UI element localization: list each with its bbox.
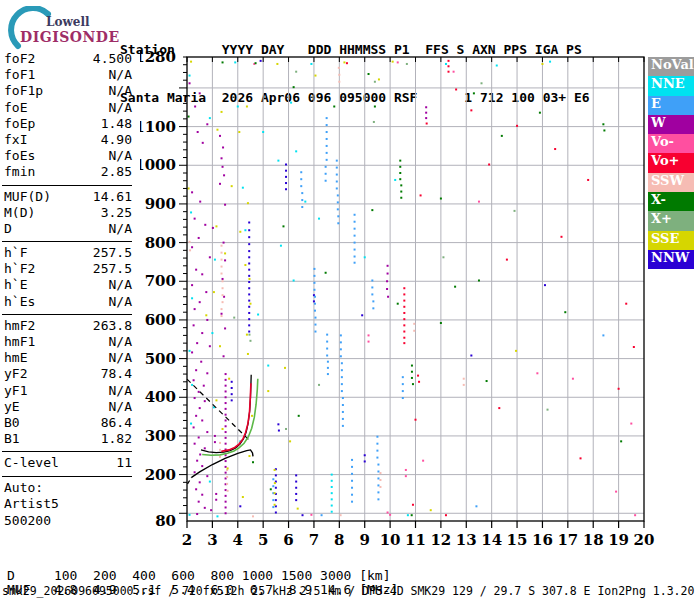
param-name: hmE: [4, 350, 27, 366]
svg-text:9: 9: [360, 531, 370, 549]
legend-item-vominus: Vo-: [648, 134, 694, 153]
param-row: B086.4: [4, 415, 132, 431]
param-name: hmF2: [4, 318, 35, 334]
svg-text:600: 600: [145, 311, 176, 329]
svg-text:400: 400: [145, 388, 176, 406]
svg-text:1280: 1280: [140, 50, 176, 66]
param-value: N/A: [109, 221, 132, 237]
status-bar: smk29_2026096095000.rsf / 720fx512h 25 k…: [2, 584, 694, 598]
svg-text:2: 2: [182, 531, 192, 549]
separator: [2, 185, 132, 186]
legend-item-w: W: [648, 115, 694, 134]
svg-text:16: 16: [532, 531, 553, 549]
param-name: B1: [4, 431, 20, 447]
separator: [2, 241, 132, 242]
param-name: h`F: [4, 245, 27, 261]
param-name: yE: [4, 399, 20, 415]
param-name: fxI: [4, 132, 27, 148]
legend-item-xminus: X-: [648, 192, 694, 211]
param-name: fmin: [4, 164, 35, 180]
svg-text:200: 200: [145, 466, 176, 484]
doppler-direction-legend: NoValNNEEWVo-Vo+SSWX-X+SSENNW: [648, 57, 694, 269]
param-row: B11.82: [4, 431, 132, 447]
param-row: hmEN/A: [4, 350, 132, 366]
svg-text:15: 15: [507, 531, 528, 549]
logo-text-digisonde: DIGISONDE: [20, 29, 120, 45]
svg-text:1000: 1000: [140, 156, 176, 174]
param-value: N/A: [109, 67, 132, 83]
legend-item-ssw: SSW: [648, 173, 694, 192]
param-value: 263.8: [93, 318, 132, 334]
svg-text:700: 700: [145, 272, 176, 290]
svg-text:20: 20: [634, 531, 655, 549]
param-value: 3.25: [101, 205, 132, 221]
svg-text:1100: 1100: [140, 118, 176, 136]
parameter-groups: foF24.500foF1N/AfoF1pN/AfoEN/AfoEp1.48fx…: [4, 51, 132, 477]
param-row: foF1N/A: [4, 67, 132, 83]
param-name: hmF1: [4, 334, 35, 350]
param-value: 257.5: [93, 261, 132, 277]
autoscaler-name: Artist5: [4, 496, 132, 513]
param-name: MUF(D): [4, 189, 51, 205]
separator: [2, 476, 132, 477]
param-value: 1.82: [101, 431, 132, 447]
svg-text:10: 10: [380, 531, 401, 549]
param-row: h`EN/A: [4, 277, 132, 293]
svg-text:19: 19: [608, 531, 629, 549]
param-value: 78.4: [101, 366, 132, 382]
param-row: h`EsN/A: [4, 294, 132, 310]
param-name: M(D): [4, 205, 35, 221]
param-name: D: [4, 221, 12, 237]
svg-text:17: 17: [557, 531, 578, 549]
param-row: hmF1N/A: [4, 334, 132, 350]
legend-item-nne: NNE: [648, 76, 694, 95]
svg-text:80: 80: [155, 512, 176, 530]
param-row: hmF2263.8: [4, 318, 132, 334]
param-name: foEp: [4, 116, 35, 132]
muf-transmission-curve: [187, 379, 248, 439]
svg-text:6: 6: [283, 531, 293, 549]
param-value: N/A: [109, 334, 132, 350]
param-value: 2.85: [101, 164, 132, 180]
param-value: 257.5: [93, 245, 132, 261]
param-name: yF2: [4, 366, 27, 382]
legend-item-noval: NoVal: [648, 57, 694, 76]
svg-text:900: 900: [145, 195, 176, 213]
lowell-digisonde-logo: Lowell DIGISONDE: [8, 6, 118, 50]
svg-text:4: 4: [233, 531, 243, 549]
param-row: C-level11: [4, 455, 132, 471]
param-value: 1.48: [101, 116, 132, 132]
legend-item-nnw: NNW: [648, 250, 694, 269]
legend-item-sse: SSE: [648, 231, 694, 250]
scaled-parameters-panel: foF24.500foF1N/AfoF1pN/AfoEN/AfoEp1.48fx…: [4, 51, 132, 529]
param-value: 4.500: [93, 51, 132, 67]
svg-text:12: 12: [430, 531, 451, 549]
param-row: DN/A: [4, 221, 132, 237]
param-row: M(D)3.25: [4, 205, 132, 221]
param-name: h`E: [4, 277, 27, 293]
param-row: foF24.500: [4, 51, 132, 67]
param-name: foF2: [4, 51, 35, 67]
param-name: foF1p: [4, 83, 43, 99]
param-row: fxI4.90: [4, 132, 132, 148]
param-name: B0: [4, 415, 20, 431]
param-value: N/A: [109, 100, 132, 116]
param-row: foEN/A: [4, 100, 132, 116]
param-row: yEN/A: [4, 399, 132, 415]
true-height-profile-tail: [188, 477, 192, 484]
autoscaler-version: 500200: [4, 513, 132, 530]
svg-text:7: 7: [309, 531, 319, 549]
svg-text:3: 3: [207, 531, 217, 549]
svg-text:5: 5: [258, 531, 268, 549]
param-value: N/A: [109, 148, 132, 164]
param-row: fmin2.85: [4, 164, 132, 180]
svg-text:11: 11: [405, 531, 426, 549]
param-name: foF1: [4, 67, 35, 83]
legend-item-voplus: Vo+: [648, 153, 694, 172]
param-row: MUF(D)14.61: [4, 189, 132, 205]
param-value: 4.90: [101, 132, 132, 148]
separator: [2, 314, 132, 315]
param-name: h`F2: [4, 261, 35, 277]
svg-text:13: 13: [456, 531, 477, 549]
svg-text:8: 8: [334, 531, 344, 549]
